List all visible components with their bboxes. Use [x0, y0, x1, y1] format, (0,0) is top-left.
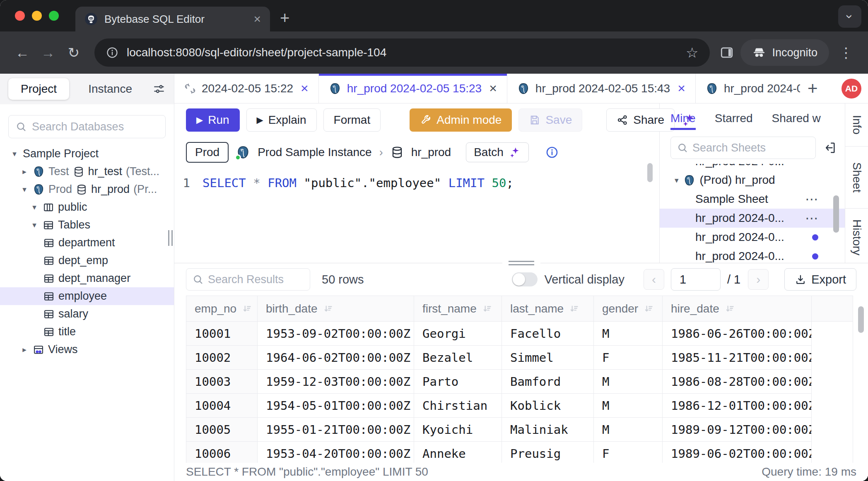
import-sheet-icon[interactable]	[822, 141, 837, 155]
next-page-button[interactable]: ›	[748, 269, 769, 290]
column-header-birth-date[interactable]: birth_date	[258, 296, 414, 322]
caret-right-icon[interactable]: ▸	[20, 345, 29, 354]
results-search-input[interactable]	[208, 273, 304, 286]
editor-tab-4[interactable]: hr_prod 2024-0	[696, 74, 800, 103]
table-cell[interactable]: Bezalel	[414, 346, 502, 370]
results-resize-handle[interactable]	[502, 259, 540, 267]
tree-item-sample-project[interactable]: ▾ Sample Project	[0, 145, 174, 163]
table-cell[interactable]: 10005	[186, 418, 258, 442]
caret-down-icon[interactable]: ▾	[30, 220, 39, 230]
sheet-item-sample-sheet[interactable]: Sample Sheet ⋯	[660, 190, 845, 209]
caret-down-icon[interactable]: ▾	[675, 176, 679, 185]
table-cell[interactable]: M	[594, 322, 663, 346]
sheet-item-selected[interactable]: hr_prod 2024-0... ⋯	[660, 209, 845, 228]
sheet-search-input[interactable]	[692, 142, 810, 154]
export-button[interactable]: Export	[784, 268, 856, 291]
table-cell[interactable]: 10003	[186, 370, 258, 394]
more-menu-icon[interactable]: ⋯	[805, 191, 818, 207]
tree-item-tables[interactable]: ▾ Tables	[0, 216, 174, 234]
results-search[interactable]	[186, 268, 310, 291]
tree-item-table-dept-emp[interactable]: dept_emp	[0, 252, 174, 269]
sort-icon[interactable]	[569, 303, 579, 314]
caret-down-icon[interactable]: ▾	[30, 202, 39, 212]
table-cell[interactable]: Parto	[414, 370, 502, 394]
database-name[interactable]: hr_prod	[411, 146, 451, 159]
table-cell[interactable]: 1955-01-21T00:00:00Z	[258, 418, 414, 442]
caret-right-icon[interactable]: ▸	[20, 167, 29, 176]
tree-item-schema-public[interactable]: ▾ public	[0, 198, 174, 216]
column-header-gender[interactable]: gender	[594, 296, 663, 322]
tree-item-views[interactable]: ▸ Views	[0, 341, 174, 358]
tree-item-table-title[interactable]: title	[0, 323, 174, 341]
zoom-window-button[interactable]	[49, 11, 59, 21]
table-cell[interactable]: Koblick	[502, 394, 594, 418]
table-cell[interactable]: Anneke	[414, 442, 502, 463]
sheet-item-clipped[interactable]: hr_prod 2024-0... ⋯	[660, 164, 845, 171]
table-cell[interactable]: M	[594, 394, 663, 418]
table-cell[interactable]: Kyoichi	[414, 418, 502, 442]
table-cell[interactable]: 1986-08-28T00:00:00Z	[663, 370, 812, 394]
caret-down-icon[interactable]: ▾	[10, 149, 19, 159]
tab-mine[interactable]: Mine	[670, 112, 696, 130]
column-header-last-name[interactable]: last_name	[502, 296, 594, 322]
sort-icon[interactable]	[323, 303, 333, 314]
tree-item-table-salary[interactable]: salary	[0, 305, 174, 323]
table-cell[interactable]: Simmel	[502, 346, 594, 370]
tree-item-table-dept-manager[interactable]: dept_manager	[0, 269, 174, 287]
table-cell[interactable]: 1954-05-01T00:00:00Z	[258, 394, 414, 418]
page-input[interactable]	[671, 268, 721, 291]
close-window-button[interactable]	[15, 11, 25, 21]
browser-tab[interactable]: Bytebase SQL Editor ×	[75, 7, 270, 31]
column-header-hire-date[interactable]: hire_date	[663, 296, 812, 322]
sidebar-resize-handle[interactable]	[168, 230, 173, 246]
reload-button[interactable]: ↻	[62, 44, 85, 61]
table-cell[interactable]: 10004	[186, 394, 258, 418]
filter-settings-icon[interactable]	[152, 82, 166, 96]
sheet-item-unsaved-2[interactable]: hr_prod 2024-0...	[660, 247, 845, 263]
close-icon[interactable]: ×	[489, 81, 497, 96]
sort-icon[interactable]	[724, 303, 735, 314]
table-cell[interactable]: M	[594, 370, 663, 394]
tab-search-button[interactable]: ›	[838, 5, 861, 28]
prev-page-button[interactable]: ‹	[644, 269, 664, 290]
table-cell[interactable]: 1985-11-21T00:00:00Z	[663, 346, 812, 370]
editor-tab-3[interactable]: hr_prod 2024-02-05 15:43 ×	[507, 74, 696, 103]
database-search[interactable]	[8, 115, 166, 138]
sheet-search[interactable]	[670, 137, 816, 159]
vertical-display-toggle[interactable]	[512, 272, 538, 286]
sql-code-editor[interactable]: 1 SELECT * FROM "public"."employee" LIMI…	[174, 168, 659, 263]
back-button[interactable]: ←	[11, 45, 34, 61]
more-menu-icon[interactable]: ⋯	[803, 164, 816, 171]
close-icon[interactable]: ×	[678, 81, 685, 96]
caret-down-icon[interactable]: ▾	[20, 185, 29, 194]
browser-menu-button[interactable]: ⋮	[835, 44, 857, 61]
editor-tab-1[interactable]: 2024-02-05 15:22 ×	[174, 74, 319, 103]
table-cell[interactable]: 10002	[186, 346, 258, 370]
table-cell[interactable]: 10006	[186, 442, 258, 463]
sheet-group-hr-prod[interactable]: ▾ (Prod) hr_prod	[660, 171, 845, 190]
minimize-window-button[interactable]	[32, 11, 42, 21]
panel-tab-info[interactable]: Info	[845, 103, 868, 147]
side-panel-button[interactable]	[719, 45, 735, 60]
site-info-icon[interactable]	[106, 46, 118, 59]
table-cell[interactable]: F	[594, 442, 663, 463]
tab-instance[interactable]: Instance	[88, 82, 132, 96]
explain-button[interactable]: ▶ Explain	[246, 108, 317, 132]
environment-badge[interactable]: Prod	[186, 142, 229, 163]
format-button[interactable]: Format	[323, 108, 381, 132]
table-cell[interactable]: 1986-06-26T00:00:00Z	[663, 322, 812, 346]
table-cell[interactable]: Chirstian	[414, 394, 502, 418]
table-cell[interactable]: M	[594, 418, 663, 442]
info-icon[interactable]	[545, 146, 559, 159]
admin-mode-button[interactable]: Admin mode	[410, 108, 512, 132]
tree-item-hr-prod[interactable]: ▾ Prod hr_prod (Pr...	[0, 180, 174, 198]
tab-shared[interactable]: Shared w	[772, 112, 821, 130]
close-icon[interactable]: ×	[301, 81, 309, 96]
table-cell[interactable]: 1953-09-02T00:00:00Z	[258, 322, 414, 346]
column-header-emp-no[interactable]: emp_no	[186, 296, 258, 322]
table-cell[interactable]: Georgi	[414, 322, 502, 346]
table-cell[interactable]: 1953-04-20T00:00:00Z	[258, 442, 414, 463]
tab-project[interactable]: Project	[8, 78, 69, 100]
sheet-list-scrollbar[interactable]	[833, 195, 839, 233]
new-tab-button[interactable]: +	[280, 9, 289, 27]
